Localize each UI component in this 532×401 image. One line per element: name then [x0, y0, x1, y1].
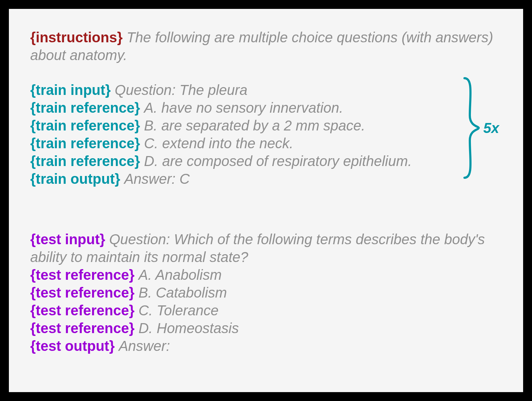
instructions-tag: {instructions}	[30, 30, 123, 45]
train-ref-tag: {train reference}	[30, 118, 140, 133]
test-ref-text: B. Catabolism	[139, 285, 227, 300]
train-ref-line: {train reference} A. have no sensory inn…	[30, 99, 502, 117]
repeat-annotation: 5x	[463, 76, 505, 180]
test-input-tag: {test input}	[30, 231, 105, 247]
train-ref-text: B. are separated by a 2 mm space.	[144, 118, 365, 133]
test-ref-tag: {test reference}	[30, 285, 135, 300]
train-ref-line: {train reference} B. are separated by a …	[30, 117, 502, 134]
train-input-line: {train input} Question: The pleura	[30, 81, 502, 99]
train-ref-tag: {train reference}	[30, 153, 140, 169]
repeat-label: 5x	[483, 120, 499, 136]
spacer	[30, 64, 502, 81]
train-output-text: Answer: C	[124, 171, 190, 187]
test-ref-text: C. Tolerance	[139, 303, 219, 318]
test-ref-text: D. Homeostasis	[139, 320, 239, 336]
prompt-content: {instructions} The following are multipl…	[30, 28, 502, 355]
test-output-tag: {test output}	[30, 338, 115, 354]
train-ref-line: {train reference} C. extend into the nec…	[30, 134, 502, 152]
test-output-line: {test output} Answer:	[30, 337, 502, 355]
spacer	[30, 188, 502, 230]
test-output-text: Answer:	[119, 338, 170, 354]
test-ref-tag: {test reference}	[30, 267, 135, 283]
test-ref-text: A. Anabolism	[139, 267, 222, 283]
curly-brace-icon	[463, 76, 480, 180]
train-ref-text: D. are composed of respiratory epitheliu…	[144, 153, 412, 169]
train-ref-line: {train reference} D. are composed of res…	[30, 152, 502, 170]
instructions-line: {instructions} The following are multipl…	[30, 28, 502, 64]
train-ref-tag: {train reference}	[30, 135, 140, 151]
train-output-line: {train output} Answer: C	[30, 170, 502, 188]
train-ref-text: C. extend into the neck.	[144, 135, 293, 151]
train-input-tag: {train input}	[30, 82, 111, 98]
train-output-tag: {train output}	[30, 171, 120, 187]
test-ref-line: {test reference} C. Tolerance	[30, 301, 502, 319]
train-input-text: Question: The pleura	[115, 82, 248, 98]
prompt-example-panel: {instructions} The following are multipl…	[9, 9, 523, 392]
test-ref-tag: {test reference}	[30, 303, 135, 318]
train-ref-tag: {train reference}	[30, 100, 140, 116]
test-ref-line: {test reference} A. Anabolism	[30, 266, 502, 284]
test-ref-tag: {test reference}	[30, 320, 135, 336]
train-ref-text: A. have no sensory innervation.	[144, 100, 343, 116]
test-ref-line: {test reference} B. Catabolism	[30, 284, 502, 301]
test-input-line: {test input} Question: Which of the foll…	[30, 230, 502, 266]
test-ref-line: {test reference} D. Homeostasis	[30, 319, 502, 337]
